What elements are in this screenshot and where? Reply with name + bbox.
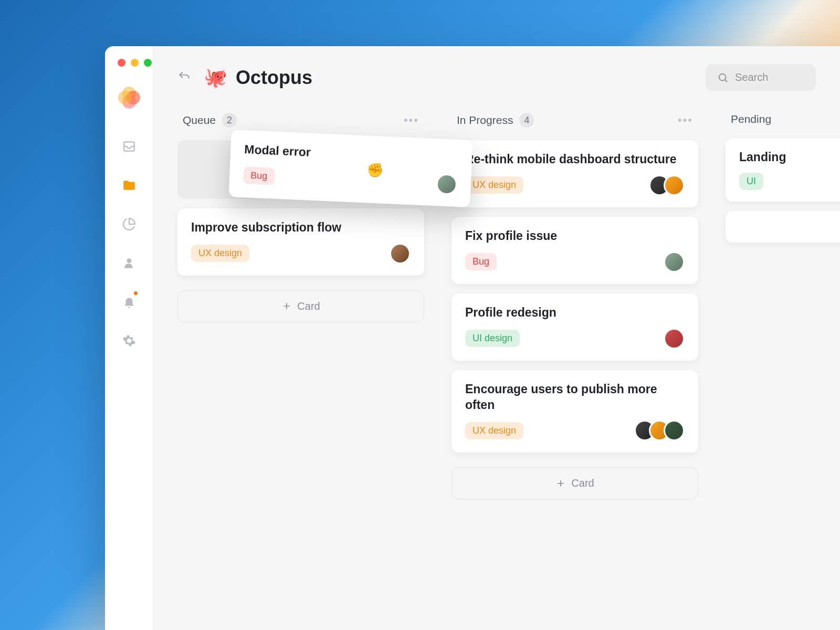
search-placeholder: Search: [735, 71, 768, 83]
inbox-icon: [122, 140, 136, 153]
avatar[interactable]: [664, 251, 685, 272]
project-title: Octopus: [236, 67, 312, 89]
search-icon: [717, 72, 729, 83]
card-title: Re-think mobile dashboard structure: [465, 152, 685, 167]
card-title: Encourage users to publish more often: [465, 382, 685, 413]
card[interactable]: Encourage users to publish more often UX…: [452, 370, 698, 453]
plus-icon: [555, 478, 566, 489]
pie-chart-icon: [122, 217, 136, 231]
nav-settings[interactable]: [118, 329, 141, 352]
nav-inbox[interactable]: [118, 135, 141, 158]
card[interactable]: Landing UI: [726, 138, 840, 202]
app-window: 🐙 Octopus Search Queue 2 •••: [105, 46, 840, 630]
card[interactable]: Profile redesign UI design: [452, 293, 698, 361]
card-dragging[interactable]: Modal error Bug ✊: [228, 130, 472, 207]
card-title: Fix profile issue: [465, 228, 685, 244]
avatar[interactable]: [664, 328, 685, 349]
column-count: 2: [222, 113, 237, 128]
maximize-window-button[interactable]: [144, 59, 152, 67]
close-window-button[interactable]: [118, 59, 125, 67]
folder-icon: [122, 178, 136, 192]
card-tag: UX design: [465, 422, 523, 439]
svg-point-0: [127, 258, 131, 263]
add-card-button[interactable]: Card: [177, 290, 424, 322]
window-controls: [105, 59, 152, 67]
kanban-board: Queue 2 ••• Modal error Bug: [153, 107, 840, 630]
gear-icon: [122, 334, 136, 348]
card[interactable]: Re-think mobile dashboard structure UX d…: [452, 140, 698, 207]
plus-icon: [281, 301, 292, 311]
card-tag: UX design: [191, 245, 249, 262]
card-avatars: [649, 175, 685, 196]
column-in-progress: In Progress 4 ••• Re-think mobile dashbo…: [452, 107, 698, 630]
card[interactable]: Improve subscription flow UX design: [177, 208, 424, 276]
card-title: Profile redesign: [465, 305, 685, 321]
card-tag: UX design: [465, 176, 523, 194]
card-title: Landing: [739, 150, 840, 165]
card-title: Improve subscription flow: [191, 220, 411, 236]
sidebar: [105, 46, 153, 630]
card-tag: UI: [739, 173, 763, 190]
card-avatars: [634, 420, 685, 441]
nav-notifications[interactable]: [118, 290, 141, 313]
user-icon: [122, 256, 136, 270]
card-tag: Bug: [465, 253, 497, 270]
column-count: 4: [519, 113, 534, 128]
nav-projects[interactable]: [118, 174, 141, 197]
card-tag: Bug: [243, 166, 275, 185]
project-emoji: 🐙: [204, 67, 227, 89]
column-pending: Pending Landing UI: [726, 107, 840, 630]
card-avatars: [390, 243, 411, 264]
main-area: 🐙 Octopus Search Queue 2 •••: [153, 46, 840, 630]
card-avatars: [664, 328, 685, 349]
search-input[interactable]: Search: [706, 64, 816, 91]
card[interactable]: Fix profile issue Bug: [452, 217, 698, 284]
nav-people[interactable]: [118, 251, 141, 275]
card[interactable]: [726, 211, 840, 243]
column-title: In Progress: [457, 114, 513, 127]
desktop-wallpaper: 🐙 Octopus Search Queue 2 •••: [0, 0, 840, 630]
column-title: Queue: [183, 114, 216, 127]
add-card-button[interactable]: Card: [452, 467, 698, 499]
column-header: Pending: [726, 107, 840, 138]
card-tag: UI design: [465, 330, 520, 347]
back-button[interactable]: [177, 70, 191, 86]
column-header: In Progress 4 •••: [452, 107, 698, 140]
card-avatars: [436, 173, 458, 195]
column-menu-button[interactable]: •••: [678, 113, 693, 127]
column-queue: Queue 2 ••• Modal error Bug: [177, 107, 424, 630]
add-card-label: Card: [571, 477, 594, 489]
grab-cursor-icon: ✊: [366, 162, 383, 178]
avatar[interactable]: [664, 420, 685, 441]
nav-analytics[interactable]: [118, 213, 141, 236]
bell-icon: [122, 295, 136, 309]
avatar[interactable]: [390, 243, 411, 264]
add-card-label: Card: [297, 300, 320, 312]
svg-point-1: [719, 74, 726, 80]
header: 🐙 Octopus Search: [153, 46, 840, 107]
column-title: Pending: [731, 113, 771, 125]
card-avatars: [664, 251, 685, 272]
notification-dot: [134, 291, 138, 295]
undo-arrow-icon: [177, 70, 191, 83]
app-logo[interactable]: [118, 87, 140, 109]
avatar[interactable]: [436, 173, 458, 195]
minimize-window-button[interactable]: [131, 59, 139, 67]
avatar[interactable]: [664, 175, 685, 196]
card-title: Modal error: [244, 142, 459, 167]
column-menu-button[interactable]: •••: [404, 113, 419, 127]
